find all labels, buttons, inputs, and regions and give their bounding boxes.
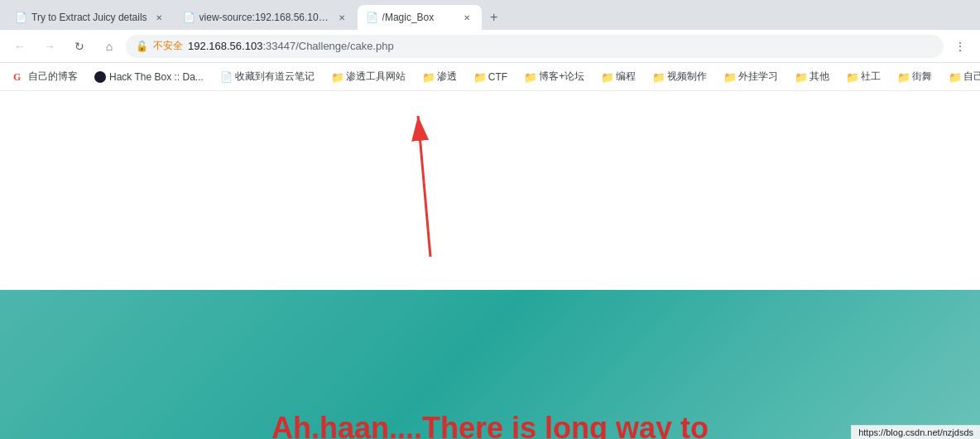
- tab-1-title: Try to Extract Juicy details: [31, 12, 147, 23]
- bookmark-blog-forum[interactable]: 📁 博客+论坛: [517, 66, 591, 87]
- bookmarks-bar: G 自己的博客 Hack The Box :: Da... 📄 收藏到有道云笔记…: [0, 63, 980, 91]
- tab-3[interactable]: 📄 /Magic_Box ✕: [358, 5, 482, 30]
- bookmark-social-label: 社工: [861, 70, 881, 84]
- bookmark-dance[interactable]: 📁 街舞: [891, 66, 939, 87]
- refresh-icon: ↻: [74, 40, 84, 53]
- tab-2-favicon: 📄: [183, 12, 195, 23]
- insecure-label: 不安全: [153, 39, 183, 53]
- folder-icon-7: 📁: [723, 71, 735, 83]
- url-port: :33447: [262, 40, 295, 52]
- doc-icon: 📄: [220, 71, 232, 83]
- bookmark-dance-label: 街舞: [912, 70, 932, 84]
- bookmark-problems[interactable]: 📁 自己遇到的问题: [942, 66, 980, 87]
- bookmark-coding[interactable]: 📁 编程: [594, 66, 642, 87]
- bookmark-coding-label: 编程: [616, 70, 636, 84]
- forward-button[interactable]: →: [36, 33, 63, 60]
- folder-icon-2: 📁: [422, 71, 434, 83]
- folder-icon-8: 📁: [795, 71, 806, 83]
- nav-right-controls: ⋮: [947, 33, 973, 60]
- bookmark-youdao[interactable]: 📄 收藏到有道云笔记: [214, 66, 321, 87]
- home-button[interactable]: ⌂: [96, 33, 122, 60]
- tab-3-favicon: 📄: [366, 12, 377, 23]
- status-bar: https://blog.csdn.net/nzjdsds: [851, 425, 980, 439]
- bookmark-blog[interactable]: G 自己的博客: [7, 66, 84, 87]
- folder-icon-9: 📁: [846, 71, 858, 83]
- bookmark-ctf[interactable]: 📁 CTF: [467, 68, 514, 86]
- folder-icon-10: 📁: [897, 71, 909, 83]
- back-button[interactable]: ←: [7, 33, 33, 60]
- url-domain: 192.168.56.103:33447/Challenge/cake.php: [188, 40, 394, 52]
- folder-icon-11: 📁: [949, 71, 960, 83]
- bookmark-social[interactable]: 📁 社工: [839, 66, 887, 87]
- bookmark-other-label: 其他: [809, 70, 829, 84]
- bookmark-blog-forum-label: 博客+论坛: [539, 70, 584, 84]
- bookmark-video[interactable]: 📁 视频制作: [646, 66, 713, 87]
- tab-bar: 📄 Try to Extract Juicy details ✕ 📄 view-…: [0, 0, 980, 30]
- bookmark-youdao-label: 收藏到有道云笔记: [235, 70, 315, 84]
- tab-2[interactable]: 📄 view-source:192.168.56.103:3... ✕: [175, 5, 357, 30]
- folder-icon-3: 📁: [473, 71, 485, 83]
- folder-icon: 📁: [331, 71, 343, 83]
- bookmark-pentest-label: 渗透: [437, 70, 457, 84]
- folder-icon-4: 📁: [524, 71, 536, 83]
- bookmark-blog-label: 自己的博客: [28, 70, 78, 84]
- refresh-button[interactable]: ↻: [66, 33, 93, 60]
- bookmark-hack-label: 外挂学习: [738, 70, 778, 84]
- nav-bar: ← → ↻ ⌂ 🔓 不安全 192.168.56.103:33447/Chall…: [0, 30, 980, 63]
- main-message-line1: Ah.haan....There is long way to: [271, 409, 709, 439]
- bookmark-htb-label: Hack The Box :: Da...: [109, 71, 204, 83]
- tab-1-close[interactable]: ✕: [152, 11, 166, 24]
- bookmark-ctf-label: CTF: [488, 71, 507, 83]
- back-icon: ←: [14, 40, 26, 53]
- bookmark-other[interactable]: 📁 其他: [788, 66, 836, 87]
- page-white-area: [0, 91, 980, 290]
- new-tab-button[interactable]: +: [483, 6, 506, 29]
- home-icon: ⌂: [106, 40, 113, 53]
- bookmark-tools[interactable]: 📁 渗透工具网站: [324, 66, 412, 87]
- google-icon: G: [13, 71, 25, 83]
- tab-1[interactable]: 📄 Try to Extract Juicy details ✕: [7, 5, 174, 30]
- bookmark-hack[interactable]: 📁 外挂学习: [717, 66, 785, 87]
- htb-icon: [94, 71, 106, 83]
- lock-icon: 🔓: [136, 41, 148, 52]
- tab-3-close[interactable]: ✕: [460, 11, 473, 24]
- browser-window: 📄 Try to Extract Juicy details ✕ 📄 view-…: [0, 0, 980, 439]
- svg-line-1: [418, 116, 430, 257]
- forward-icon: →: [44, 40, 55, 53]
- address-bar[interactable]: 🔓 不安全 192.168.56.103:33447/Challenge/cak…: [126, 35, 944, 58]
- extensions-button[interactable]: ⋮: [947, 33, 973, 60]
- page-teal-area: Ah.haan....There is long way to go..dude…: [0, 290, 980, 439]
- bookmark-video-label: 视频制作: [667, 70, 707, 84]
- puzzle-icon: ⋮: [954, 40, 966, 53]
- bookmark-htb[interactable]: Hack The Box :: Da...: [88, 68, 210, 86]
- url-path: /Challenge/cake.php: [295, 40, 394, 52]
- tab-1-favicon: 📄: [15, 12, 26, 23]
- tab-2-title: view-source:192.168.56.103:3...: [199, 12, 330, 23]
- main-message: Ah.haan....There is long way to go..dude…: [271, 409, 709, 439]
- tab-2-close[interactable]: ✕: [335, 11, 348, 24]
- bookmark-problems-label: 自己遇到的问题: [963, 70, 980, 84]
- bookmark-pentest[interactable]: 📁 渗透: [416, 66, 464, 87]
- tab-3-title: /Magic_Box: [382, 12, 455, 23]
- bookmark-tools-label: 渗透工具网站: [346, 70, 406, 84]
- status-url: https://blog.csdn.net/nzjdsds: [858, 427, 973, 437]
- folder-icon-5: 📁: [601, 71, 612, 83]
- red-arrow: [0, 91, 980, 290]
- url-main: 192.168.56.103: [188, 40, 262, 52]
- page-content: Ah.haan....There is long way to go..dude…: [0, 91, 980, 439]
- folder-icon-6: 📁: [652, 71, 664, 83]
